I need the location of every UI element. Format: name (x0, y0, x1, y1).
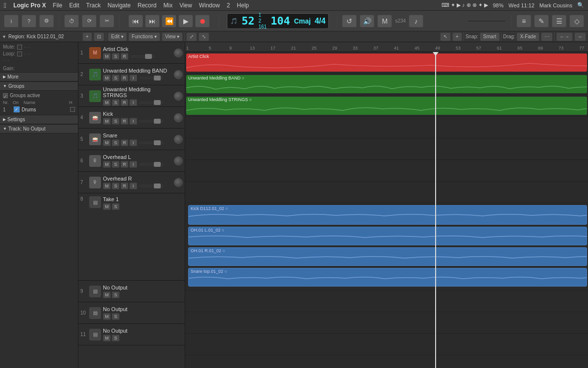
mute-btn-8[interactable]: M (103, 203, 111, 210)
input-btn-7[interactable]: I (129, 183, 137, 189)
add-track-btn[interactable]: + (82, 32, 92, 41)
zoom-fit[interactable]: ⤢ (186, 32, 197, 41)
search-icon[interactable]: 🔍 (577, 2, 584, 8)
mute-btn-6[interactable]: M (103, 161, 111, 168)
solo-btn-4[interactable]: S (112, 118, 120, 125)
loop-checkbox[interactable] (17, 52, 22, 56)
rec-btn-7[interactable]: R (121, 183, 128, 189)
rec-btn-2[interactable]: R (121, 75, 128, 81)
list-btn[interactable]: ☰ (552, 15, 566, 27)
rec-btn-6[interactable]: R (121, 161, 128, 168)
fader-4[interactable] (139, 120, 164, 123)
rec-btn-4[interactable]: R (121, 118, 128, 125)
volume-knob-5[interactable] (174, 135, 183, 144)
zoom-full[interactable]: ⤡ (198, 32, 209, 41)
volume-knob-2[interactable] (174, 70, 183, 79)
fader-5[interactable] (139, 141, 164, 144)
volume-knob-7[interactable] (174, 178, 183, 187)
solo-btn-8[interactable]: S (112, 203, 120, 210)
canvas-track-11[interactable] (185, 334, 588, 355)
metronome-btn[interactable]: ⏱ (64, 15, 79, 27)
tuner-btn[interactable]: ♪ (409, 15, 423, 27)
canvas-track-9[interactable] (185, 290, 588, 312)
view-menu[interactable]: View ▾ (162, 32, 183, 41)
more-section[interactable]: ▶ More (0, 72, 78, 81)
canvas-track-6[interactable] (185, 160, 588, 182)
app-name[interactable]: Logic Pro X (13, 2, 46, 9)
drag-opt[interactable]: ⋯ (541, 32, 553, 41)
menu-view[interactable]: View (179, 2, 192, 9)
solo-btn-2[interactable]: S (112, 75, 120, 81)
cursor-btn[interactable]: ↖ (440, 32, 451, 41)
volume-knob-4[interactable] (174, 113, 183, 122)
click-btn[interactable]: 🔊 (360, 15, 374, 27)
fader-3[interactable] (139, 101, 164, 104)
group-on-checkbox[interactable]: ✓ (14, 106, 20, 112)
back-btn[interactable]: ⏪ (162, 15, 176, 27)
menu-2[interactable]: 2 (227, 2, 230, 9)
apple-menu[interactable]:  (4, 1, 6, 9)
mute-btn-3[interactable]: M (103, 99, 111, 106)
mute-checkbox[interactable] (17, 45, 22, 50)
menu-track[interactable]: Track (86, 2, 101, 9)
cycle-btn[interactable]: ⟳ (82, 15, 97, 27)
input-btn-2[interactable]: I (129, 75, 137, 81)
input-btn-5[interactable]: I (129, 139, 137, 146)
mute-btn-2[interactable]: M (103, 75, 111, 81)
region-artist-click[interactable]: Artist Click (186, 53, 587, 72)
play-btn[interactable]: ▶ (178, 15, 193, 27)
rewind-btn[interactable]: ⏮ (128, 15, 143, 27)
tools-btn[interactable]: ✂ (99, 15, 114, 27)
input-btn-4[interactable]: I (129, 118, 137, 125)
info-btn[interactable]: i (4, 15, 19, 27)
mute-btn-11[interactable]: M (103, 335, 111, 342)
smart-controls-btn[interactable]: ◇ (569, 15, 584, 27)
forward-btn[interactable]: ⏭ (145, 15, 160, 27)
fader-1[interactable] (130, 55, 155, 58)
menu-record[interactable]: Record (138, 2, 157, 9)
canvas-track-10[interactable] (185, 312, 588, 334)
region-snare-top[interactable]: Snare top.01_02 ○ (188, 268, 587, 287)
groups-active-checkbox[interactable]: ✓ (3, 93, 8, 98)
mute-btn-5[interactable]: M (103, 139, 111, 146)
mute-btn-4[interactable]: M (103, 118, 111, 125)
rec-btn-1[interactable]: R (121, 53, 128, 60)
settings-section[interactable]: ▶ Settings (0, 115, 78, 124)
canvas-track-7[interactable] (185, 182, 588, 203)
solo-btn-6[interactable]: S (112, 161, 120, 168)
menu-help[interactable]: Help (237, 2, 249, 9)
solo-btn-11[interactable]: S (112, 335, 120, 342)
group-h[interactable] (70, 107, 75, 112)
rec-btn-5[interactable]: R (121, 139, 128, 146)
menu-edit[interactable]: Edit (69, 2, 79, 9)
midi-btn[interactable]: M (377, 15, 392, 27)
region-band[interactable]: Unwanted Meddling BAND ○ (186, 75, 587, 93)
menu-file[interactable]: File (53, 2, 62, 9)
master-fader[interactable] (467, 20, 506, 23)
canvas-track-5[interactable] (185, 138, 588, 160)
solo-btn-5[interactable]: S (112, 139, 120, 146)
fader-6[interactable] (139, 163, 164, 166)
settings-btn[interactable]: ⚙ (39, 15, 54, 27)
plus-btn[interactable]: + (452, 32, 462, 41)
region-oh-r[interactable]: OH.01 R.01_02 ○ (188, 247, 587, 266)
solo-btn-1[interactable]: S (112, 53, 120, 60)
fader-2[interactable] (139, 77, 164, 79)
volume-knob-1[interactable] (174, 49, 183, 57)
volume-knob-3[interactable] (174, 92, 183, 101)
group-row-1[interactable]: 1 ✓ Drums (3, 106, 75, 113)
region-strings[interactable]: Unwanted Meddling STRINGS ○ (186, 97, 587, 115)
playhead[interactable] (435, 52, 436, 368)
mute-btn-7[interactable]: M (103, 183, 111, 189)
input-btn-6[interactable]: I (129, 161, 137, 168)
solo-btn-9[interactable]: S (112, 291, 120, 298)
solo-btn-3[interactable]: S (112, 99, 120, 106)
mute-btn-10[interactable]: M (103, 313, 111, 320)
solo-btn-10[interactable]: S (112, 313, 120, 320)
snap-value[interactable]: Smart (480, 32, 500, 41)
midi-btn2[interactable]: ⊡ (94, 32, 104, 41)
solo-btn-7[interactable]: S (112, 183, 120, 189)
fader-7[interactable] (139, 184, 164, 187)
menu-navigate[interactable]: Navigate (107, 2, 130, 9)
menu-mix[interactable]: Mix (163, 2, 172, 9)
